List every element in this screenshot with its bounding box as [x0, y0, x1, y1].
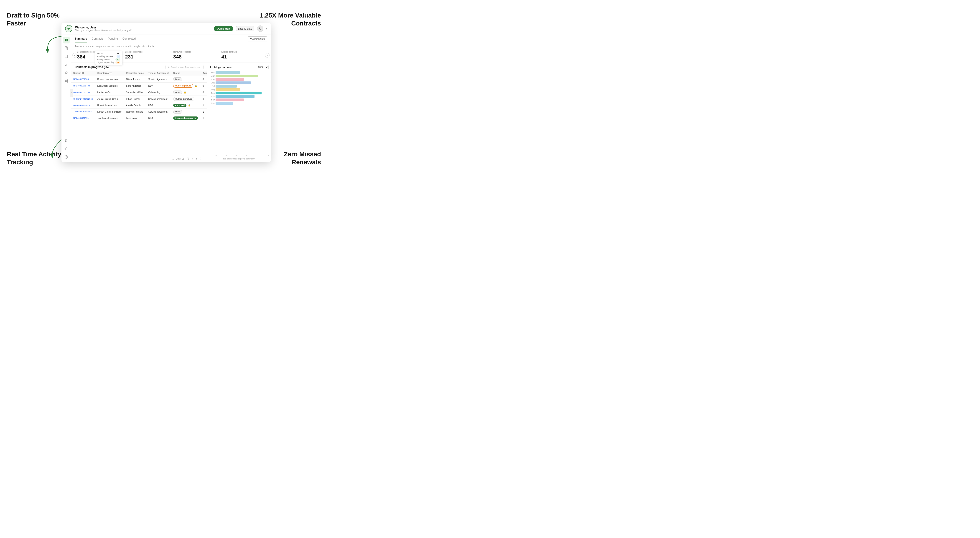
- table-row[interactable]: NA24081337733 Berlano International Oliv…: [71, 76, 207, 83]
- year-select[interactable]: 2024: [256, 65, 269, 69]
- page-last-button[interactable]: ⟩⟩: [199, 157, 204, 161]
- table-row[interactable]: TETE527082665520 Larsen Global Solutions…: [71, 108, 207, 115]
- svg-line-19: [66, 81, 67, 82]
- sidebar-item-dashboard[interactable]: [63, 37, 70, 43]
- cell-status: Out of signature 🔒: [171, 83, 200, 89]
- search-box[interactable]: Search unique ID or counter party: [165, 65, 204, 69]
- svg-point-15: [65, 81, 66, 82]
- cell-aging: 1: [200, 115, 207, 121]
- table-scroll-area[interactable]: Unique ID Counterparty Requester name Ty…: [71, 70, 207, 155]
- bar-container: [216, 85, 269, 87]
- svg-text:?: ?: [65, 156, 67, 158]
- marketing-bottom-right: Zero Missed Renewals: [284, 150, 321, 166]
- main-content: Summary Contracts Pending Completed View…: [71, 35, 271, 162]
- svg-rect-21: [65, 148, 67, 150]
- sidebar-item-templates[interactable]: [63, 53, 70, 60]
- summary-stats: ‹ Contracts in progress 384 Drafts 52: [75, 49, 267, 61]
- cell-status: Draft: [171, 76, 200, 83]
- cell-requester: Isabella Romano: [124, 108, 146, 115]
- user-dropdown-arrow[interactable]: ▾: [266, 27, 267, 30]
- chart-bar-row: Dec: [210, 102, 269, 105]
- bar-month-label: Oct: [210, 95, 215, 98]
- stat-renewed: Renewed contracts 348: [171, 49, 219, 61]
- bar-month-label: Sep: [210, 92, 215, 94]
- logo-icon: [65, 25, 72, 32]
- table-row[interactable]: NA240812302783 Kobayashi Ventures Sofia …: [71, 83, 207, 89]
- bar-fill: [216, 85, 237, 87]
- cell-status: Out for Signature: [171, 96, 200, 102]
- stat-value-expired: 41: [221, 54, 265, 60]
- chart-bar-row: Oct: [210, 95, 269, 98]
- page-next-button[interactable]: ›: [195, 157, 198, 161]
- stat-label-executed: Executed contracts: [125, 51, 169, 53]
- bar-fill: [216, 98, 244, 101]
- header-title-area: Welcome, User Track you progress here. Y…: [75, 26, 211, 32]
- bar-container: [216, 98, 269, 101]
- breakdown-negotiation: In negotiation 10: [97, 58, 121, 61]
- tab-pending[interactable]: Pending: [108, 35, 118, 43]
- table-row[interactable]: CH5ER27082492856 Ziegler Global Group Et…: [71, 96, 207, 102]
- tab-completed[interactable]: Completed: [123, 35, 136, 43]
- breakdown-signature: Signature pending 21: [97, 61, 121, 64]
- cell-aging: 0: [200, 76, 207, 83]
- tab-contracts[interactable]: Contracts: [92, 35, 103, 43]
- contracts-title: Contracts in progress (95): [75, 65, 108, 69]
- tabs-bar: Summary Contracts Pending Completed View…: [71, 35, 271, 43]
- sidebar-item-help[interactable]: ?: [63, 154, 70, 160]
- bar-container: [216, 92, 269, 94]
- sidebar-expand-button[interactable]: ›: [70, 89, 73, 97]
- view-insights-button[interactable]: View insights: [248, 37, 267, 41]
- bar-month-label: May: [210, 78, 215, 81]
- sidebar-item-settings[interactable]: [63, 137, 70, 144]
- bar-container: [216, 71, 269, 74]
- quick-draft-button[interactable]: Quick draft: [214, 26, 233, 31]
- cell-aging: 1: [200, 102, 207, 108]
- svg-rect-3: [65, 40, 66, 41]
- table-row[interactable]: NA240812103470 Rosetti Innovations Améli…: [71, 102, 207, 108]
- chart-bar-row: Sep: [210, 92, 269, 94]
- table-row[interactable]: NA24081167751 Takahashi Industries Luca …: [71, 115, 207, 121]
- sidebar-item-reports[interactable]: [63, 61, 70, 68]
- bar-fill: [216, 95, 255, 98]
- sidebar-item-contracts[interactable]: [63, 45, 70, 52]
- stat-label-expired: Expired contracts: [221, 51, 265, 53]
- search-placeholder: Search unique ID or counter party: [171, 66, 202, 68]
- cell-counterparty: Leclerc & Co.: [95, 89, 124, 96]
- svg-rect-12: [65, 65, 65, 66]
- cell-type: NDA: [146, 83, 171, 89]
- date-filter-dropdown[interactable]: Last 30 days: [236, 26, 254, 31]
- cell-id: NA240812302783: [71, 83, 95, 89]
- chart-bar-row: Aug: [210, 88, 269, 91]
- search-icon: [167, 66, 170, 68]
- bar-month-label: Mar: [210, 71, 215, 74]
- user-avatar[interactable]: U: [257, 25, 263, 32]
- bar-container: [216, 95, 269, 98]
- col-header-requester: Requester name: [124, 70, 146, 76]
- status-badge: Draft: [173, 90, 182, 94]
- table-row[interactable]: NA240810517295 Leclerc & Co. Sebastian M…: [71, 89, 207, 96]
- tab-summary[interactable]: Summary: [75, 35, 87, 43]
- pagination: 1 – 10 of 95 ⟨⟨ ‹ › ⟩⟩: [71, 155, 207, 162]
- cell-type: Service agreement: [146, 108, 171, 115]
- page-first-button[interactable]: ⟨⟨: [186, 157, 190, 161]
- pagination-info: 1 – 10 of 95: [172, 158, 185, 160]
- page-prev-button[interactable]: ‹: [191, 157, 194, 161]
- stats-prev-arrow[interactable]: ‹: [72, 53, 77, 57]
- svg-point-17: [67, 81, 68, 83]
- stat-label-renewed: Renewed contracts: [173, 51, 217, 53]
- sidebar: ?: [62, 35, 71, 162]
- stat-contracts-in-progress: Contracts in progress 384 Drafts 52 Awai…: [75, 49, 123, 61]
- stats-next-arrow[interactable]: ›: [265, 53, 269, 57]
- cell-status: Approved 🔒: [171, 102, 200, 108]
- sidebar-item-integrations[interactable]: [63, 78, 70, 84]
- cell-type: NDA: [146, 115, 171, 121]
- cell-id: TETE527082665520: [71, 108, 95, 115]
- cell-type: Service agreement: [146, 96, 171, 102]
- status-badge: Draft: [173, 110, 182, 114]
- sidebar-item-trash[interactable]: [63, 145, 70, 152]
- app-body: ? Summary Contracts Pending Completed Vi…: [62, 35, 271, 162]
- bar-fill: [216, 92, 262, 94]
- chart-bar-row: Apr: [210, 75, 269, 77]
- sidebar-item-tools[interactable]: [63, 69, 70, 76]
- svg-point-28: [168, 66, 169, 68]
